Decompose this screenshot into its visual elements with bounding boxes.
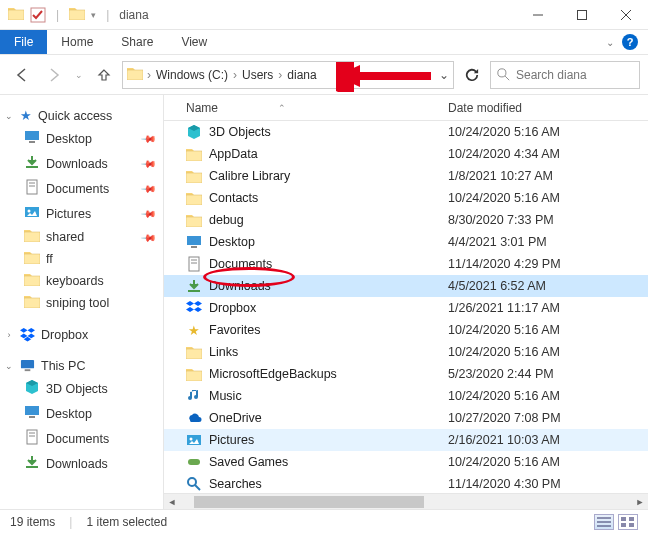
sidebar-item-label: 3D Objects [46,382,108,396]
column-header-date[interactable]: Date modified [444,101,648,115]
tab-share[interactable]: Share [107,30,167,54]
sidebar-item[interactable]: Desktop📌 [0,126,163,151]
svg-rect-2 [578,10,587,19]
sidebar-item[interactable]: Pictures📌 [0,201,163,226]
table-row[interactable]: Desktop4/4/2021 3:01 PM [164,231,648,253]
tab-home[interactable]: Home [47,30,107,54]
expand-ribbon-icon[interactable]: ⌄ [606,37,614,48]
table-row[interactable]: Contacts10/24/2020 5:16 AM [164,187,648,209]
horizontal-scrollbar[interactable]: ◄ ► [164,493,648,509]
table-row[interactable]: Pictures2/16/2021 10:03 AM [164,429,648,451]
table-row[interactable]: Searches11/14/2020 4:30 PM [164,473,648,493]
table-row[interactable]: Dropbox1/26/2021 11:17 AM [164,297,648,319]
sidebar-item[interactable]: keyboards [0,270,163,292]
sidebar-item[interactable]: 3D Objects [0,376,163,401]
file-date: 1/8/2021 10:27 AM [444,169,648,183]
up-button[interactable] [90,61,118,89]
this-pc-icon [20,358,35,373]
svg-rect-24 [191,246,197,248]
search-input[interactable]: Search diana [490,61,640,89]
breadcrumb-item[interactable]: Users [239,68,276,82]
sidebar-item[interactable]: shared📌 [0,226,163,248]
addressbar-chevron-icon[interactable]: ⌄ [439,68,449,82]
checkmark-icon[interactable] [30,7,46,23]
refresh-button[interactable] [458,61,486,89]
table-row[interactable]: AppData10/24/2020 4:34 AM [164,143,648,165]
breadcrumb-item[interactable]: Windows (C:) [153,68,231,82]
table-row[interactable]: Saved Games10/24/2020 5:16 AM [164,451,648,473]
table-row[interactable]: OneDrive10/27/2020 7:08 PM [164,407,648,429]
scrollbar-thumb[interactable] [194,496,424,508]
chevron-right-icon[interactable]: › [4,330,14,340]
folder-icon [69,7,85,23]
file-tab[interactable]: File [0,30,47,54]
chevron-right-icon[interactable]: › [145,68,153,82]
file-name: Music [209,389,242,403]
table-row[interactable]: 3D Objects10/24/2020 5:16 AM [164,121,648,143]
dropbox-header[interactable]: › Dropbox [0,324,163,345]
folder-icon [24,154,40,173]
chevron-right-icon[interactable]: › [231,68,239,82]
tab-view[interactable]: View [167,30,221,54]
scroll-right-icon[interactable]: ► [632,494,648,509]
file-name: Searches [209,477,262,491]
svg-rect-8 [29,141,35,143]
file-icon [186,344,202,360]
table-row[interactable]: debug8/30/2020 7:33 PM [164,209,648,231]
forward-button[interactable] [40,61,68,89]
file-date: 10/24/2020 5:16 AM [444,389,648,403]
sidebar-item[interactable]: ff [0,248,163,270]
sidebar-item[interactable]: Downloads [0,451,163,476]
sidebar-item[interactable]: Documents📌 [0,176,163,201]
table-row[interactable]: Calibre Library1/8/2021 10:27 AM [164,165,648,187]
table-row[interactable]: MicrosoftEdgeBackups5/23/2020 2:44 PM [164,363,648,385]
svg-rect-22 [26,466,38,468]
file-date: 10/24/2020 5:16 AM [444,125,648,139]
sidebar-item[interactable]: Downloads📌 [0,151,163,176]
sidebar-item[interactable]: Desktop [0,401,163,426]
file-date: 1/26/2021 11:17 AM [444,301,648,315]
chevron-right-icon[interactable]: › [276,68,284,82]
table-row[interactable]: ★Favorites10/24/2020 5:16 AM [164,319,648,341]
minimize-button[interactable] [516,0,560,30]
qat-chevron-icon[interactable]: ▾ [91,10,96,20]
table-row[interactable]: Links10/24/2020 5:16 AM [164,341,648,363]
file-name: 3D Objects [209,125,271,139]
chevron-down-icon[interactable]: ⌄ [4,361,14,371]
file-name: Documents [209,257,272,271]
back-button[interactable] [8,61,36,89]
file-icon [186,278,202,294]
svg-rect-25 [189,257,199,271]
svg-point-5 [498,69,506,77]
breadcrumb-item[interactable]: diana [284,68,319,82]
folder-icon [24,379,40,398]
column-header-name[interactable]: Name ⌃ [164,101,444,115]
navigation-pane[interactable]: ⌄ ★ Quick access Desktop📌Downloads📌Docum… [0,95,164,509]
file-icon [186,168,202,184]
folder-icon [8,7,24,23]
recent-chevron-icon[interactable]: ⌄ [72,61,86,89]
file-date: 4/4/2021 3:01 PM [444,235,648,249]
maximize-button[interactable] [560,0,604,30]
close-button[interactable] [604,0,648,30]
table-row[interactable]: Documents11/14/2020 4:29 PM [164,253,648,275]
svg-line-33 [195,485,200,490]
sidebar-item-label: ff [46,252,53,266]
status-selected-count: 1 item selected [86,515,167,529]
help-icon[interactable]: ? [622,34,638,50]
address-bar[interactable]: › Windows (C:) › Users › diana ⌄ [122,61,454,89]
this-pc-header[interactable]: ⌄ This PC [0,355,163,376]
sidebar-item-label: Documents [46,432,109,446]
scroll-left-icon[interactable]: ◄ [164,494,180,509]
svg-rect-19 [27,430,37,444]
sidebar-item[interactable]: Documents [0,426,163,451]
file-name: Pictures [209,433,254,447]
details-view-button[interactable] [594,514,614,530]
thumbnails-view-button[interactable] [618,514,638,530]
quick-access-header[interactable]: ⌄ ★ Quick access [0,105,163,126]
table-row[interactable]: Downloads4/5/2021 6:52 AM [164,275,648,297]
file-date: 11/14/2020 4:30 PM [444,477,648,491]
sidebar-item[interactable]: sniping tool [0,292,163,314]
table-row[interactable]: Music10/24/2020 5:16 AM [164,385,648,407]
chevron-down-icon[interactable]: ⌄ [4,111,14,121]
